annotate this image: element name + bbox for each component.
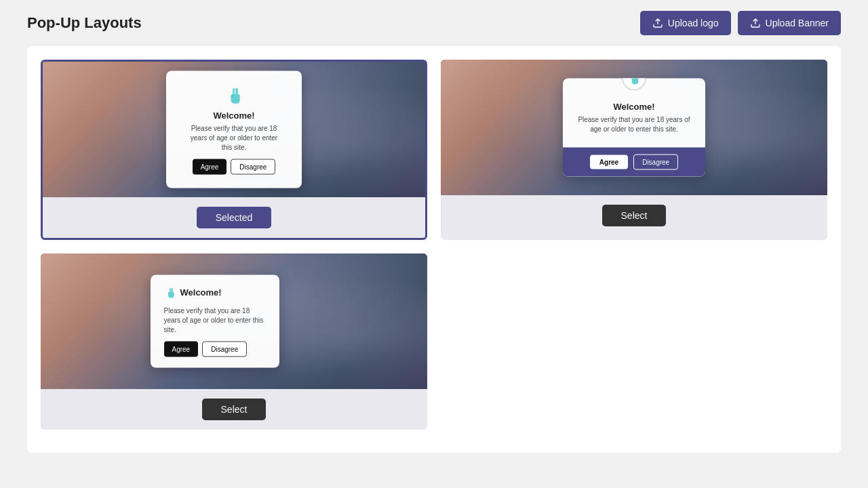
disagree-button-2[interactable]: Disagree [633, 155, 678, 170]
popup-title-2: Welcome! [576, 102, 692, 112]
upload-banner-label: Upload Banner [766, 18, 829, 28]
agree-button-3[interactable]: Agree [164, 342, 199, 357]
header-buttons: Upload logo Upload Banner [640, 11, 841, 35]
select-button-3[interactable]: Select [202, 399, 267, 420]
upload-logo-button[interactable]: Upload logo [640, 11, 731, 35]
card-footer-1: Selected [43, 197, 425, 238]
select-button-2[interactable]: Select [602, 205, 667, 226]
disagree-button-1[interactable]: Disagree [231, 159, 275, 175]
upload-logo-label: Upload logo [668, 18, 719, 28]
layout-card-2: Welcome! Please verify that you are 18 y… [441, 60, 827, 240]
popup-modal-1: Welcome! Please verify that you are 18 y… [166, 71, 302, 188]
selected-button-1[interactable]: Selected [197, 207, 271, 228]
popup-buttons-3: Agree Disagree [164, 342, 266, 357]
page-title: Pop-Up Layouts [27, 14, 142, 32]
layouts-grid: Welcome! Please verify that you are 18 y… [41, 60, 827, 430]
popup-text-2: Please verify that you are 18 years of a… [576, 115, 692, 134]
upload-banner-icon [750, 18, 761, 28]
popup-title-3: Welcome! [180, 287, 222, 298]
layout-preview-3: Welcome! Please verify that you are 18 y… [41, 253, 427, 389]
popup-buttons-1: Agree Disagree [185, 159, 283, 175]
popup-header-3: Welcome! [164, 286, 266, 302]
popup-title-1: Welcome! [185, 110, 283, 121]
hand-icon-1 [224, 86, 243, 105]
agree-button-2[interactable]: Agree [590, 155, 628, 169]
card-footer-2: Select [441, 195, 827, 236]
card-footer-3: Select [41, 389, 427, 430]
popup-modal-3: Welcome! Please verify that you are 18 y… [151, 275, 279, 368]
popup-text-3: Please verify that you are 18 years of a… [164, 306, 266, 335]
hand-icon-3 [164, 286, 176, 302]
layout-card-1: Welcome! Please verify that you are 18 y… [41, 60, 427, 240]
hand-icon-2 [627, 79, 641, 86]
upload-icon [652, 18, 663, 28]
layout-card-3: Welcome! Please verify that you are 18 y… [41, 253, 427, 430]
layout-preview-2: Welcome! Please verify that you are 18 y… [441, 60, 827, 195]
hand-icon-container-1 [223, 85, 245, 106]
upload-banner-button[interactable]: Upload Banner [738, 11, 841, 35]
agree-button-1[interactable]: Agree [193, 159, 227, 175]
popup-text-1: Please verify that you are 18 years of a… [185, 124, 283, 152]
disagree-button-3[interactable]: Disagree [202, 342, 247, 357]
main-container: Welcome! Please verify that you are 18 y… [27, 46, 841, 453]
popup-banner-section-2: Agree Disagree [563, 148, 705, 177]
page-header: Pop-Up Layouts Upload logo Upload Banner [0, 0, 868, 46]
hand-icon-circle-2 [622, 79, 646, 91]
layout-preview-1: Welcome! Please verify that you are 18 y… [43, 62, 425, 197]
popup-top-section-2: Welcome! Please verify that you are 18 y… [563, 79, 705, 148]
popup-modal-2: Welcome! Please verify that you are 18 y… [563, 79, 705, 177]
